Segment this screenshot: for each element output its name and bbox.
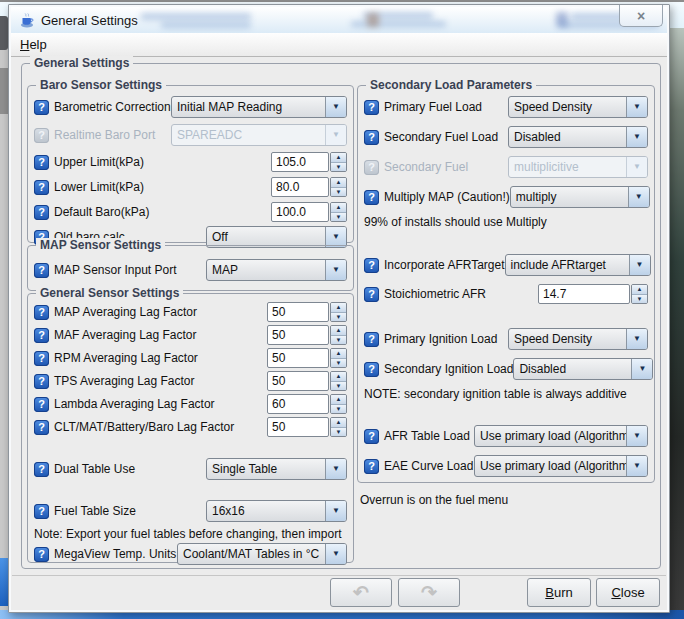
close-button[interactable]: Close (596, 578, 660, 607)
help-icon[interactable]: ? (34, 100, 49, 115)
help-icon[interactable]: ? (364, 459, 379, 474)
help-icon[interactable]: ? (364, 429, 379, 444)
spin-down-icon[interactable]: ▼ (632, 295, 647, 304)
lower-limit-spinner: ▲▼ (271, 177, 347, 197)
fuel-table-size-label: Fuel Table Size (54, 504, 136, 518)
primary-ignition-select[interactable]: Speed Density ▼ (508, 328, 648, 350)
spin-down-icon[interactable]: ▼ (331, 188, 346, 197)
megaview-select[interactable]: Coolant/MAT Tables in °C ▼ (177, 543, 347, 565)
fuel-table-size-select[interactable]: 16x16 ▼ (206, 500, 347, 522)
help-icon[interactable]: ? (34, 397, 49, 412)
map-sensor-group-title: MAP Sensor Settings (36, 238, 165, 252)
primary-fuel-select[interactable]: Speed Density ▼ (508, 96, 648, 118)
spin-up-icon[interactable]: ▲ (331, 203, 346, 213)
help-icon[interactable]: ? (364, 130, 379, 145)
rpm-lag-spinner: ▲▼ (267, 348, 347, 368)
secondary-ignition-select[interactable]: Disabled ▼ (513, 358, 653, 380)
secondary-fuel-load-select[interactable]: Disabled ▼ (508, 126, 648, 148)
help-icon[interactable]: ? (364, 190, 379, 205)
secondary-fuel-load-row: ? Secondary Fuel Load Disabled ▼ (364, 126, 648, 148)
spin-down-icon[interactable]: ▼ (331, 428, 346, 437)
help-icon[interactable]: ? (34, 462, 49, 477)
combo-value: Use primary load (Algorithm) (475, 456, 626, 476)
maf-lag-input[interactable] (267, 325, 329, 345)
lambda-lag-input[interactable] (267, 394, 329, 414)
map-input-port-label: MAP Sensor Input Port (54, 263, 177, 277)
barometric-correction-row: ? Barometric Correction Initial MAP Read… (34, 96, 347, 118)
map-lag-spinner: ▲▼ (267, 302, 347, 322)
spin-up-icon[interactable]: ▲ (331, 372, 346, 382)
help-icon[interactable]: ? (364, 362, 379, 377)
help-icon[interactable]: ? (364, 258, 379, 273)
spin-down-icon[interactable]: ▼ (331, 163, 346, 172)
tps-lag-input[interactable] (267, 371, 329, 391)
spin-down-icon[interactable]: ▼ (331, 382, 346, 391)
chevron-down-icon: ▼ (626, 456, 647, 476)
stoich-afr-label: Stoichiometric AFR (384, 287, 486, 301)
spin-up-icon[interactable]: ▲ (331, 178, 346, 188)
spin-down-icon[interactable]: ▼ (331, 405, 346, 414)
combo-value: Speed Density (509, 329, 626, 349)
help-icon[interactable]: ? (34, 205, 49, 220)
megaview-label: MegaView Temp. Units (54, 547, 176, 561)
redo-button[interactable]: ↷ (398, 578, 460, 607)
rpm-lag-input[interactable] (267, 348, 329, 368)
barometric-correction-label: Barometric Correction (54, 100, 171, 114)
spin-up-icon[interactable]: ▲ (331, 153, 346, 163)
background-right-edge (670, 28, 684, 612)
title-bar[interactable]: General Settings (11, 7, 667, 33)
combo-value: Disabled (509, 127, 626, 147)
help-icon[interactable]: ? (34, 305, 49, 320)
chevron-down-icon: ▼ (626, 157, 647, 177)
spin-down-icon[interactable]: ▼ (331, 359, 346, 368)
dialog-content: General Settings Baro Sensor Settings ? … (12, 57, 666, 574)
stoich-afr-input[interactable] (538, 284, 630, 304)
spin-up-icon[interactable]: ▲ (331, 326, 346, 336)
upper-limit-row: ? Upper Limit(kPa) ▲▼ (34, 152, 347, 172)
help-icon[interactable]: ? (34, 504, 49, 519)
spin-down-icon[interactable]: ▼ (331, 336, 346, 345)
spin-up-icon[interactable]: ▲ (331, 349, 346, 359)
help-icon[interactable]: ? (364, 332, 379, 347)
burn-button[interactable]: Burn (527, 578, 591, 607)
upper-limit-input[interactable] (271, 152, 329, 172)
secondary-load-group: Secondary Load Parameters ? Primary Fuel… (357, 85, 655, 483)
menu-help[interactable]: Help (11, 35, 56, 54)
clt-lag-row: ? CLT/MAT/Battery/Baro Lag Factor ▲▼ (34, 417, 347, 437)
clt-lag-input[interactable] (267, 417, 329, 437)
help-icon[interactable]: ? (34, 155, 49, 170)
lower-limit-input[interactable] (271, 177, 329, 197)
help-icon[interactable]: ? (34, 420, 49, 435)
help-icon[interactable]: ? (364, 100, 379, 115)
help-icon[interactable]: ? (34, 374, 49, 389)
incorporate-afr-select[interactable]: include AFRtarget ▼ (505, 254, 651, 276)
afr-table-load-select[interactable]: Use primary load (Algorithm) ▼ (474, 425, 648, 447)
help-icon[interactable]: ? (34, 547, 49, 562)
chevron-down-icon: ▼ (626, 97, 647, 117)
chevron-down-icon: ▼ (626, 329, 647, 349)
spin-up-icon[interactable]: ▲ (331, 395, 346, 405)
map-input-port-select[interactable]: MAP ▼ (206, 259, 347, 281)
chevron-down-icon: ▼ (325, 501, 346, 521)
spin-up-icon[interactable]: ▲ (632, 285, 647, 295)
realtime-baro-port-row: ? Realtime Baro Port SPAREADC ▼ (34, 124, 347, 146)
redo-icon: ↷ (421, 581, 437, 604)
close-window-button[interactable]: × (619, 5, 663, 27)
map-lag-input[interactable] (267, 302, 329, 322)
dual-table-select[interactable]: Single Table ▼ (206, 458, 347, 480)
help-icon[interactable]: ? (34, 263, 49, 278)
eae-curve-load-select[interactable]: Use primary load (Algorithm) ▼ (474, 455, 648, 477)
lambda-lag-label: Lambda Averaging Lag Factor (54, 397, 215, 411)
help-icon[interactable]: ? (34, 180, 49, 195)
default-baro-input[interactable] (271, 202, 329, 222)
spin-down-icon[interactable]: ▼ (331, 213, 346, 222)
undo-button[interactable]: ↶ (330, 578, 392, 607)
help-icon[interactable]: ? (364, 287, 379, 302)
help-icon[interactable]: ? (34, 328, 49, 343)
multiply-map-select[interactable]: multiply ▼ (510, 186, 650, 208)
help-icon[interactable]: ? (34, 351, 49, 366)
spin-down-icon[interactable]: ▼ (331, 313, 346, 322)
barometric-correction-select[interactable]: Initial MAP Reading ▼ (171, 96, 347, 118)
spin-up-icon[interactable]: ▲ (331, 303, 346, 313)
spin-up-icon[interactable]: ▲ (331, 418, 346, 428)
